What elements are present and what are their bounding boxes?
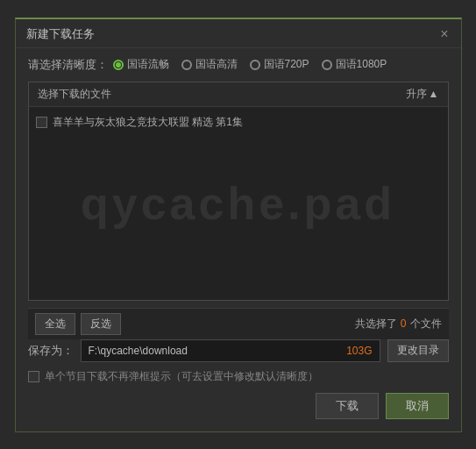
selected-suffix: 个文件	[410, 317, 442, 331]
download-dialog: 新建下载任务 × 请选择清晰度： 国语流畅 国语高清 国语720P	[15, 18, 462, 432]
final-buttons: 下载 取消	[28, 393, 449, 423]
watermark: qycache.pad	[81, 177, 395, 230]
download-button[interactable]: 下载	[316, 393, 379, 419]
file-checkbox[interactable]	[36, 117, 47, 128]
radio-label-hd: 国语高清	[195, 57, 238, 72]
title-bar: 新建下载任务 ×	[16, 19, 461, 48]
radio-circle-smooth	[113, 60, 124, 70]
file-name: 喜羊羊与灰太狼之竞技大联盟 精选 第1集	[53, 115, 243, 130]
sort-button[interactable]: 升序 ▲	[406, 87, 439, 102]
file-section-header: 选择下载的文件 升序 ▲	[29, 82, 448, 107]
save-label: 保存为：	[28, 343, 74, 359]
quality-radio-group: 国语流畅 国语高清 国语720P 国语1080P	[113, 57, 387, 72]
radio-circle-1080p	[322, 60, 332, 70]
save-path-text: F:\qycache\download	[89, 345, 188, 357]
bottom-action-bar: 全选 反选 共选择了 0 个文件	[28, 308, 449, 339]
file-list: 喜羊羊与灰太狼之竞技大联盟 精选 第1集 qycache.pad	[29, 107, 448, 300]
no-popup-checkbox[interactable]	[28, 371, 39, 382]
close-button[interactable]: ×	[438, 27, 450, 41]
radio-label-smooth: 国语流畅	[127, 57, 169, 72]
radio-1080p[interactable]: 国语1080P	[322, 57, 387, 72]
dialog-title: 新建下载任务	[26, 26, 95, 42]
select-all-button[interactable]: 全选	[35, 313, 75, 335]
save-path-display: F:\qycache\download 103G	[81, 339, 380, 362]
selected-info: 共选择了 0 个文件	[355, 317, 442, 331]
file-section-title: 选择下载的文件	[38, 87, 111, 102]
no-popup-row: 单个节目下载不再弹框提示（可去设置中修改默认清晰度）	[28, 369, 449, 384]
selected-prefix: 共选择了	[355, 317, 397, 331]
action-buttons: 全选 反选	[35, 313, 121, 335]
invert-select-button[interactable]: 反选	[81, 313, 121, 335]
cancel-button[interactable]: 取消	[386, 393, 449, 419]
quality-label: 请选择清晰度：	[28, 57, 108, 73]
save-size: 103G	[346, 345, 372, 357]
file-section: 选择下载的文件 升序 ▲ 喜羊羊与灰太狼之竞技大联盟 精选 第1集 qycach…	[28, 82, 449, 301]
change-dir-button[interactable]: 更改目录	[387, 339, 449, 362]
dialog-content: 请选择清晰度： 国语流畅 国语高清 国语720P 国语1080P	[16, 48, 461, 431]
radio-smooth[interactable]: 国语流畅	[113, 57, 169, 72]
save-row: 保存为： F:\qycache\download 103G 更改目录	[28, 339, 449, 362]
quality-row: 请选择清晰度： 国语流畅 国语高清 国语720P 国语1080P	[28, 57, 449, 73]
selected-count: 0	[401, 317, 407, 330]
radio-720p[interactable]: 国语720P	[250, 57, 309, 72]
radio-hd[interactable]: 国语高清	[181, 57, 238, 72]
radio-label-720p: 国语720P	[264, 57, 309, 72]
radio-circle-720p	[250, 60, 260, 70]
file-item: 喜羊羊与灰太狼之竞技大联盟 精选 第1集	[36, 112, 441, 132]
radio-label-1080p: 国语1080P	[336, 57, 387, 72]
sort-label: 升序	[406, 87, 427, 102]
sort-icon: ▲	[429, 88, 439, 100]
no-popup-label: 单个节目下载不再弹框提示（可去设置中修改默认清晰度）	[45, 369, 318, 384]
radio-circle-hd	[181, 60, 192, 70]
